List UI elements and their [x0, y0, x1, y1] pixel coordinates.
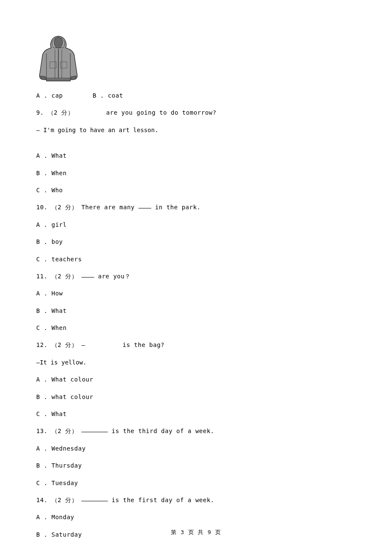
q9-option-b: B . When — [36, 168, 356, 178]
question-number: 13. — [36, 428, 48, 434]
question-points: （2 分） — [48, 109, 74, 116]
fill-blank — [138, 208, 151, 208]
q14-stem: 14. （2 分） is the first day of a week. — [36, 495, 356, 505]
q11-option-c: C . When — [36, 323, 356, 332]
q13-option-a: A . Wednesday — [36, 444, 356, 453]
question-points: （2 分） — [52, 273, 78, 280]
q9-dialog: — I'm going to have an art lesson. — [36, 125, 356, 135]
svg-rect-4 — [46, 78, 70, 80]
question-number: 11. — [36, 273, 48, 280]
question-text: is the first day of a week. — [112, 497, 214, 503]
q14-option-a: A . Monday — [36, 512, 356, 522]
q11-stem: 11. （2 分） are you？ — [36, 272, 356, 281]
question-number: 14. — [36, 497, 48, 503]
q13-option-c: C . Tuesday — [36, 478, 356, 488]
option-b-text: coat — [108, 92, 123, 99]
question-points: （2 分） — [52, 497, 78, 503]
q8-options: A . cap B . coat — [36, 91, 356, 100]
q10-stem: 10. （2 分） There are many in the park. — [36, 202, 356, 212]
q9-option-c: C . Who — [36, 185, 356, 195]
option-b-label: B — [92, 92, 96, 99]
q13-option-b: B . Thursday — [36, 461, 356, 470]
question-text: is the third day of a week. — [112, 428, 214, 434]
option-a-label: A — [36, 92, 40, 99]
svg-point-0 — [54, 37, 63, 48]
fill-blank — [81, 501, 108, 501]
page-content: A . cap B . coat 9. （2 分） are you going … — [36, 34, 356, 539]
page-footer: 第 3 页 共 9 页 — [0, 528, 392, 537]
q12-option-b: B . what colour — [36, 392, 356, 402]
fill-blank — [81, 277, 94, 278]
q9-stem: 9. （2 分） are you going to do tomorrow? — [36, 108, 356, 117]
question-points: （2 分） — [52, 341, 78, 348]
question-text: are you？ — [98, 273, 131, 280]
q12-option-c: C . What — [36, 409, 356, 419]
question-points: （2 分） — [52, 428, 78, 434]
q10-option-a: A . girl — [36, 220, 356, 229]
q13-stem: 13. （2 分） is the third day of a week. — [36, 426, 356, 436]
option-a-text: cap — [52, 92, 63, 99]
question-text-after: in the park. — [155, 204, 201, 211]
q12-option-a: A . What colour — [36, 375, 356, 384]
question-number: 10. — [36, 204, 48, 211]
option-dot: . — [44, 92, 52, 99]
question-number: 9. — [36, 109, 44, 116]
q10-option-b: B . boy — [36, 237, 356, 246]
question-text-before: There are many — [81, 204, 138, 211]
fill-blank — [81, 432, 108, 432]
question-text: are you going to do tomorrow? — [106, 109, 216, 116]
option-dot: . — [100, 92, 108, 99]
q12-dialog: —It is yellow. — [36, 358, 356, 367]
q9-option-a: A . What — [36, 151, 356, 160]
q12-stem: 12. （2 分） — is the bag? — [36, 340, 356, 350]
question-text: is the bag? — [123, 341, 164, 348]
q11-option-a: A . How — [36, 289, 356, 298]
question-number: 12. — [36, 341, 48, 348]
q10-option-c: C . teachers — [36, 254, 356, 264]
question-points: （2 分） — [52, 204, 78, 211]
dash: — — [81, 341, 89, 348]
jacket-icon — [37, 34, 80, 83]
q11-option-b: B . What — [36, 306, 356, 315]
